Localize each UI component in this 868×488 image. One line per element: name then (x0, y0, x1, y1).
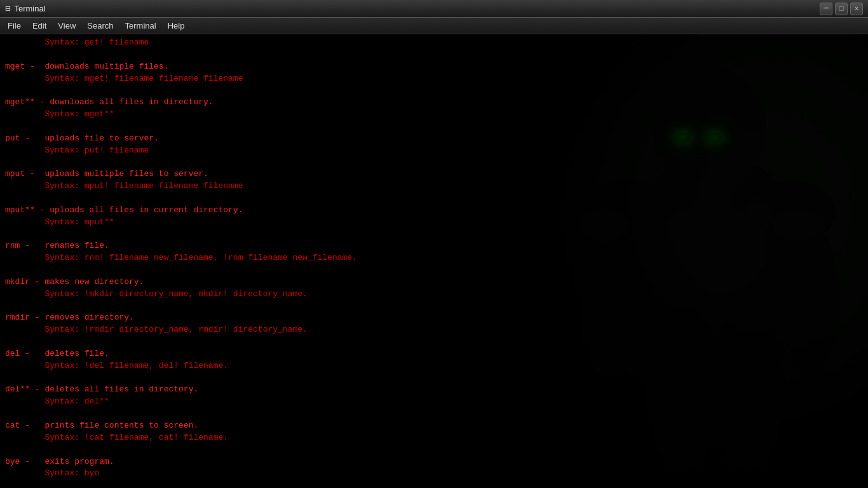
menu-file[interactable]: File (3, 20, 26, 32)
line-26: del - deletes file. (5, 348, 386, 360)
line-8: put - uploads file to server. (5, 133, 386, 145)
line-1 (5, 49, 386, 61)
line-19 (5, 264, 386, 276)
line-36: Syntax: bye (5, 468, 386, 480)
menu-edit[interactable]: Edit (27, 20, 51, 32)
close-button[interactable]: × (850, 3, 863, 15)
line-29: del** - deletes all files in directory. (5, 384, 386, 396)
line-2: mget - downloads multiple files. (5, 61, 386, 73)
line-16 (5, 229, 386, 241)
line-10 (5, 156, 386, 168)
line-14: mput** - uploads all files in current di… (5, 205, 386, 217)
line-33: Syntax: !cat filename, cat! filename. (5, 432, 386, 444)
line-4 (5, 85, 386, 97)
line-17: rnm - renames file. (5, 240, 386, 252)
line-15: Syntax: mput** (5, 217, 386, 229)
titlebar-controls: − □ × (820, 3, 863, 15)
line-34 (5, 444, 386, 456)
menu-view[interactable]: View (53, 20, 81, 32)
line-32: cat - prints file contents to screen. (5, 420, 386, 432)
line-27: Syntax: !del filename, del! filename. (5, 360, 386, 372)
minimize-icon: − (823, 4, 829, 14)
menu-help[interactable]: Help (163, 20, 190, 32)
terminal-text-area: Syntax: get! filename mget - downloads m… (5, 37, 386, 488)
line-20: mkdir - makes new directory. (5, 276, 386, 288)
menu-terminal[interactable]: Terminal (120, 20, 161, 32)
line-9: Syntax: put! filename (5, 145, 386, 157)
line-0: Syntax: get! filename (5, 37, 386, 49)
line-7 (5, 121, 386, 133)
line-18: Syntax: rnm! filename new_filename, !rnm… (5, 252, 386, 264)
line-13 (5, 193, 386, 205)
terminal-content[interactable]: Syntax: get! filename mget - downloads m… (0, 34, 868, 488)
line-3: Syntax: mget! filename filename filename (5, 73, 386, 85)
line-28 (5, 372, 386, 384)
minimize-button[interactable]: − (820, 3, 832, 15)
line-30: Syntax: del** (5, 396, 386, 408)
line-12: Syntax: mput! filename filename filename (5, 180, 386, 193)
line-11: mput - uploads multiple files to server. (5, 168, 386, 180)
menu-search[interactable]: Search (82, 20, 118, 32)
close-icon: × (855, 5, 859, 13)
line-5: mget** - downloads all files in director… (5, 97, 386, 109)
line-23: rmdir - removes directory. (5, 312, 386, 324)
line-25 (5, 336, 386, 348)
line-35: bye - exits program. (5, 456, 386, 468)
line-21: Syntax: !mkdir directory_name, mkdir! di… (5, 288, 386, 301)
restore-button[interactable]: □ (835, 3, 848, 15)
line-31 (5, 408, 386, 420)
restore-icon: □ (839, 5, 844, 13)
titlebar: ⊟ Terminal − □ × (0, 0, 868, 18)
line-24: Syntax: !rmdir directory_name, rmdir! di… (5, 324, 386, 336)
titlebar-left: ⊟ Terminal (5, 3, 46, 14)
line-6: Syntax: mget** (5, 109, 386, 121)
window-title: Terminal (14, 4, 45, 13)
terminal-icon: ⊟ (5, 3, 10, 14)
prompt-line[interactable]: offline@ftp-$ (5, 481, 386, 488)
line-22 (5, 301, 386, 313)
menubar: File Edit View Search Terminal Help (0, 18, 868, 34)
terminal-body: Syntax: get! filename mget - downloads m… (0, 34, 868, 488)
